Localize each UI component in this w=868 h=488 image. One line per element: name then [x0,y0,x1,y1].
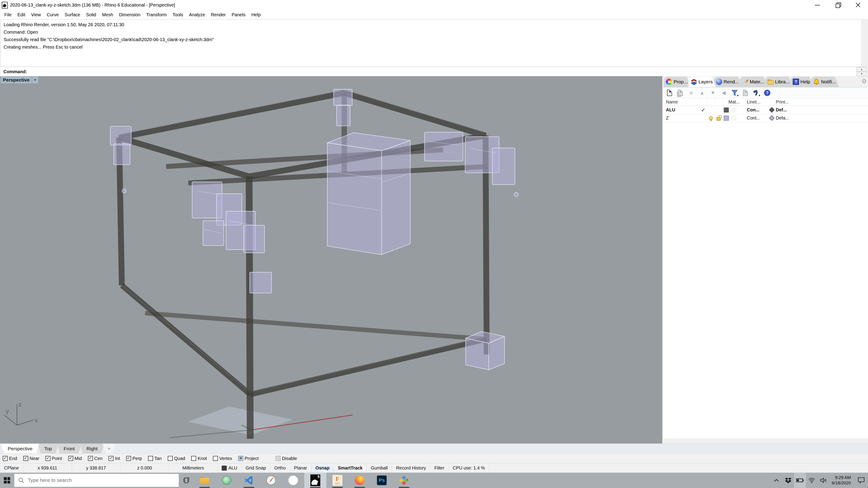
taskbar-vscode[interactable] [238,473,260,488]
layer-visible-bulb-icon[interactable] [709,116,713,120]
layer-linetype[interactable]: Con... [747,107,768,112]
osnap-project[interactable]: Project [238,456,258,461]
viewport-menu-dropdown-icon[interactable]: ▼ [32,76,38,84]
layer-visible-cell[interactable] [707,106,715,114]
task-view-button[interactable] [179,473,193,488]
layer-row-alu[interactable]: ALU ✓ Con... Def... [663,106,868,114]
record-history-toggle[interactable]: Record History [392,463,430,473]
dropbox-icon[interactable] [782,473,794,488]
tab-layers[interactable]: Layers [688,76,716,87]
minimize-button[interactable] [807,0,827,10]
menu-curve[interactable]: Curve [44,11,62,19]
menu-tools[interactable]: Tools [169,11,186,19]
menu-view[interactable]: View [28,11,44,19]
menu-mesh[interactable]: Mesh [99,11,116,19]
move-left-button[interactable]: ◀ [720,89,727,96]
layers-help-button[interactable]: ? [764,89,771,96]
header-material[interactable]: Mat... [730,98,738,106]
close-button[interactable] [848,0,868,10]
layer-row-z[interactable]: Z Cont... Defa... [663,114,868,122]
osnap-perp[interactable]: ✓Perp [126,456,142,461]
taskbar-clock[interactable]: 9:29 AM 6/18/2020 [829,475,855,486]
tab-properties[interactable]: Prop... [664,76,691,87]
taskbar-gauge-app[interactable] [260,473,282,488]
menu-analyze[interactable]: Analyze [186,11,208,19]
layer-filter-button[interactable] [731,89,738,96]
taskbar-firefox[interactable] [348,473,371,488]
header-print[interactable]: Print... [776,99,801,105]
viewport-tab-right[interactable]: Right [80,444,104,453]
osnap-tan[interactable]: Tan [148,456,162,461]
taskbar-file-explorer[interactable] [193,473,216,488]
menu-transform[interactable]: Transform [143,11,169,19]
planar-toggle[interactable]: Planar [290,463,311,473]
action-center-button[interactable] [855,473,868,488]
taskbar-fusion360[interactable]: F 360 [327,473,348,488]
viewport-tab-front[interactable]: Front [57,444,82,453]
viewport-tab-top[interactable]: Top [37,444,59,453]
scroll-up-button[interactable]: ▲ [857,67,867,72]
battery-icon[interactable] [794,473,806,488]
start-button[interactable] [0,473,14,488]
osnap-int[interactable]: ✓Int [108,456,120,461]
menu-surface[interactable]: Surface [62,11,83,19]
osnap-end[interactable]: ✓End [3,456,17,461]
command-input[interactable] [27,67,857,76]
ortho-toggle[interactable]: Ortho [270,463,290,473]
layer-unlocked-icon[interactable] [717,117,721,121]
osnap-knot[interactable]: Knot [191,456,207,461]
current-layer-button[interactable]: ALU [218,463,242,473]
search-input[interactable] [28,477,163,483]
command-history[interactable]: Loading Rhino Render, version 1.50, May … [1,20,862,67]
print-color-diamond-icon[interactable] [769,107,774,112]
menu-help[interactable]: Help [248,11,264,19]
layer-lock-cell[interactable] [715,106,722,114]
layer-color-swatch[interactable] [724,116,729,121]
taskbar-search[interactable] [14,474,179,487]
menu-dimension[interactable]: Dimension [116,11,143,19]
tray-expand-chevron-icon[interactable] [771,473,782,488]
taskbar-kicad[interactable] [393,473,415,488]
menu-render[interactable]: Render [208,11,229,19]
tab-libraries[interactable]: Libra... [765,76,793,87]
units-button[interactable]: Millimeters [169,463,218,473]
layer-print-width[interactable]: Def... [776,107,801,112]
header-linetype[interactable]: Linet... [747,99,768,105]
tab-rendering[interactable]: Rend... [714,76,742,87]
viewport-title-tab[interactable]: Perspective ▼ [1,76,38,84]
current-layer-check-icon[interactable]: ✓ [701,107,706,113]
layer-material-icon[interactable] [732,116,737,121]
volume-icon[interactable] [817,473,829,488]
header-name[interactable]: Name [663,99,700,105]
add-viewport-tab-button[interactable]: + [103,444,116,453]
print-color-diamond-icon[interactable] [769,115,774,121]
panel-options-gear-icon[interactable] [861,78,867,85]
osnap-cen[interactable]: ✓Cen [88,456,103,461]
perspective-viewport[interactable]: Perspective ▼ [0,76,662,444]
taskbar-rhino[interactable]: 6 [304,473,327,488]
tab-notifications[interactable]: Notifi... [811,76,839,87]
osnap-toggle[interactable]: Osnap [311,463,334,473]
osnap-mid[interactable]: ✓Mid [68,456,82,461]
menu-file[interactable]: File [1,11,14,19]
delete-layer-button[interactable]: × [688,89,695,96]
layer-current-cell[interactable] [700,114,707,122]
filter-toggle[interactable]: Filter [430,463,448,473]
duplicate-layer-button[interactable] [677,89,684,96]
taskbar-atom[interactable] [216,473,238,488]
new-layer-button[interactable] [666,89,673,96]
move-up-button[interactable]: ▲ [699,89,706,96]
scroll-down-button[interactable]: ▼ [857,72,867,76]
restore-button[interactable] [827,0,848,10]
layer-color-swatch[interactable] [724,107,729,112]
menu-edit[interactable]: Edit [14,11,28,19]
layer-linetype[interactable]: Cont... [747,116,768,121]
layer-print-width[interactable]: Defa... [776,116,801,121]
layer-tools-button[interactable] [753,89,760,96]
menu-panels[interactable]: Panels [229,11,248,19]
viewport-tab-perspective[interactable]: Perspective [1,444,39,453]
layer-material-icon[interactable] [732,107,737,112]
grid-snap-toggle[interactable]: Grid Snap [242,463,270,473]
osnap-quad[interactable]: Quad [168,456,185,461]
osnap-point[interactable]: ✓Point [45,456,62,461]
